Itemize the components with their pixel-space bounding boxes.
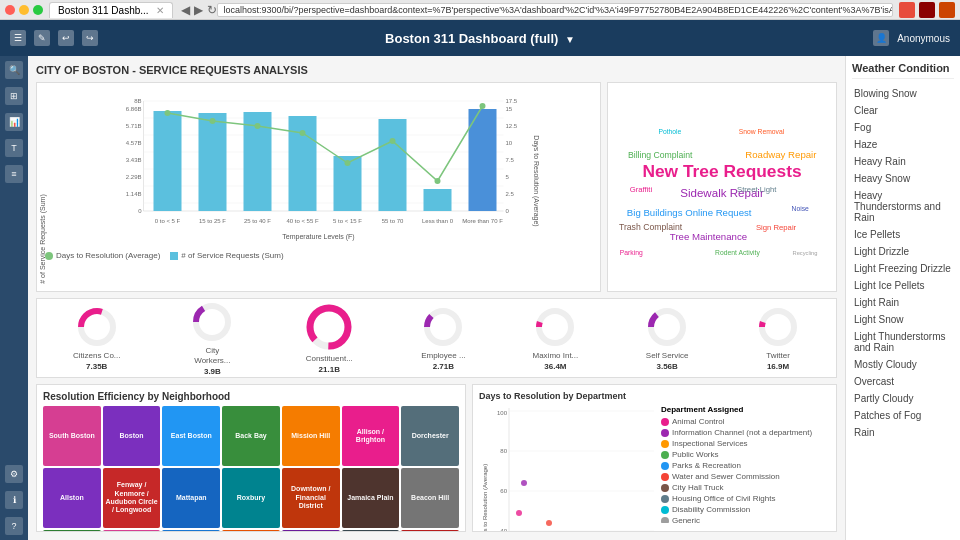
dashboard-main: CITY OF BOSTON - SERVICE REQUESTS ANALYS… xyxy=(28,56,845,540)
treemap-dorchester[interactable]: Dorchester xyxy=(401,406,459,466)
weather-item-heavy-thunderstorms[interactable]: Heavy Thunderstorms and Rain xyxy=(852,187,954,226)
donut-item-6[interactable]: Twitter 16.9M xyxy=(756,305,800,372)
wc-word-5[interactable]: Roadway Repair xyxy=(745,149,817,160)
weather-item-clear[interactable]: Clear xyxy=(852,102,954,119)
svg-text:5 to < 15 F: 5 to < 15 F xyxy=(333,218,362,224)
edit-icon[interactable]: ✎ xyxy=(34,30,50,46)
treemap-roxbury[interactable]: Roxbury xyxy=(222,468,280,528)
wc-word-1[interactable]: New Tree Requests xyxy=(642,161,801,181)
undo-icon[interactable]: ↩ xyxy=(58,30,74,46)
weather-item-overcast[interactable]: Overcast xyxy=(852,373,954,390)
sidebar-bar-icon[interactable]: ≡ xyxy=(5,165,23,183)
wc-word-16[interactable]: Recycling xyxy=(792,250,817,256)
treemap-jamaica-plain[interactable]: Jamaica Plain xyxy=(342,468,400,528)
wc-word-6[interactable]: Sign Repair xyxy=(756,223,797,232)
donut-item-4[interactable]: Maximo Int... 36.4M xyxy=(532,305,578,372)
sidebar-help-icon[interactable]: ? xyxy=(5,517,23,535)
treemap-roslindale[interactable]: Roslindale xyxy=(401,530,459,532)
weather-item-haze[interactable]: Haze xyxy=(852,136,954,153)
weather-item-light-rain[interactable]: Light Rain xyxy=(852,294,954,311)
weather-item-blowing-snow[interactable]: Blowing Snow xyxy=(852,85,954,102)
donut-item-2[interactable]: Constituent... 21.1B xyxy=(304,302,354,375)
weather-item-heavy-snow[interactable]: Heavy Snow xyxy=(852,170,954,187)
scatter-dot[interactable] xyxy=(521,480,527,486)
maximize-window-btn[interactable] xyxy=(33,5,43,15)
bar-6[interactable] xyxy=(424,189,452,211)
treemap-mattapan[interactable]: Mattapan xyxy=(162,468,220,528)
menu-icon[interactable]: ☰ xyxy=(10,30,26,46)
weather-item-light-freezing[interactable]: Light Freezing Drizzle xyxy=(852,260,954,277)
wc-word-14[interactable]: Parking xyxy=(620,249,643,257)
weather-item-partly-cloudy[interactable]: Partly Cloudy xyxy=(852,390,954,407)
treemap-allison-brighton[interactable]: Allison / Brighton xyxy=(342,406,400,466)
donut-item-5[interactable]: Self Service 3.56B xyxy=(645,305,689,372)
wc-word-10[interactable]: Tree Maintenance xyxy=(670,231,747,242)
sidebar-search-icon[interactable]: 🔍 xyxy=(5,61,23,79)
weather-item-patches-fog[interactable]: Patches of Fog xyxy=(852,407,954,424)
treemap-downtown[interactable]: Downtown / Financial District xyxy=(282,468,340,528)
sidebar-text-icon[interactable]: T xyxy=(5,139,23,157)
sidebar-home-icon[interactable]: ⊞ xyxy=(5,87,23,105)
treemap-title: Resolution Efficiency by Neighborhood xyxy=(43,391,459,402)
forward-btn[interactable]: ▶ xyxy=(194,3,203,17)
weather-item-heavy-rain[interactable]: Heavy Rain xyxy=(852,153,954,170)
treemap-beacon-hill[interactable]: Beacon Hill xyxy=(401,468,459,528)
sidebar-info-icon[interactable]: ℹ xyxy=(5,491,23,509)
url-bar[interactable]: localhost:9300/bi/?perspective=dashboard… xyxy=(217,3,893,17)
back-btn[interactable]: ◀ xyxy=(181,3,190,17)
wc-word-15[interactable]: Rodent Activity xyxy=(715,249,760,257)
wc-word-9[interactable]: Graffiti xyxy=(630,185,653,194)
treemap-east-boston[interactable]: East Boston xyxy=(162,406,220,466)
weather-item-light-snow[interactable]: Light Snow xyxy=(852,311,954,328)
legend-public-works: Public Works xyxy=(661,450,812,459)
redo-icon[interactable]: ↪ xyxy=(82,30,98,46)
bar-5[interactable] xyxy=(379,119,407,211)
ext-icon-2[interactable] xyxy=(919,2,935,18)
treemap-south-east[interactable]: South East xyxy=(103,530,161,532)
main-layout: 🔍 ⊞ 📊 T ≡ ⚙ ℹ ? CITY OF BOSTON - SERVICE… xyxy=(0,56,960,540)
treemap-charlestown[interactable]: Charlestown xyxy=(282,530,340,532)
svg-text:2.5: 2.5 xyxy=(506,191,515,197)
bar-0[interactable] xyxy=(154,111,182,211)
bar-7[interactable] xyxy=(469,109,497,211)
ext-icon-3[interactable] xyxy=(939,2,955,18)
bar-1[interactable] xyxy=(199,113,227,211)
treemap-sb-waterfront[interactable]: South Boston / South Boston Waterfront xyxy=(162,530,220,532)
treemap-boston[interactable]: Boston xyxy=(103,406,161,466)
weather-item-light-thunderstorms[interactable]: Light Thunderstorms and Rain xyxy=(852,328,954,356)
donut-item-1[interactable]: City Workers... 3.9B xyxy=(187,300,237,376)
ext-icon-1[interactable] xyxy=(899,2,915,18)
weather-item-light-drizzle[interactable]: Light Drizzle xyxy=(852,243,954,260)
donut-item-0[interactable]: Citizens Co... 7.35B xyxy=(73,305,121,372)
treemap-south-boston[interactable]: South Boston xyxy=(43,406,101,466)
weather-item-light-ice-pellets[interactable]: Light Ice Pellets xyxy=(852,277,954,294)
wc-word-3[interactable]: Big Buildings Online Request xyxy=(627,207,752,218)
weather-item-fog[interactable]: Fog xyxy=(852,119,954,136)
wc-word-11[interactable]: Pothole xyxy=(658,128,681,135)
treemap-greater-mattapan[interactable]: Greater Mattapan xyxy=(222,530,280,532)
minimize-window-btn[interactable] xyxy=(19,5,29,15)
donut-item-3[interactable]: Employee ... 2.71B xyxy=(421,305,465,372)
weather-item-rain[interactable]: Rain xyxy=(852,424,954,441)
weather-item-mostly-cloudy[interactable]: Mostly Cloudy xyxy=(852,356,954,373)
weather-item-ice-pellets[interactable]: Ice Pellets xyxy=(852,226,954,243)
treemap-brighton[interactable]: Brighton xyxy=(43,530,101,532)
scatter-dot[interactable] xyxy=(516,510,522,516)
treemap-fenway[interactable]: Fenway / Kenmore / Audubon Circle / Long… xyxy=(103,468,161,528)
sidebar-chart-icon[interactable]: 📊 xyxy=(5,113,23,131)
treemap-allston[interactable]: Allston xyxy=(43,468,101,528)
reload-btn[interactable]: ↻ xyxy=(207,3,217,17)
sidebar-settings-icon[interactable]: ⚙ xyxy=(5,465,23,483)
treemap-mission-hill[interactable]: Mission Hill xyxy=(282,406,340,466)
user-icon[interactable]: 👤 xyxy=(873,30,889,46)
scatter-dot[interactable] xyxy=(546,520,552,526)
browser-tab[interactable]: Boston 311 Dashb... ✕ xyxy=(49,2,173,18)
treemap-back-bay[interactable]: Back Bay xyxy=(222,406,280,466)
treemap-hyde-park[interactable]: Hyde Park xyxy=(342,530,400,532)
close-window-btn[interactable] xyxy=(5,5,15,15)
wc-word-4[interactable]: Billing Complaint xyxy=(628,150,693,160)
wc-word-8[interactable]: Street Light xyxy=(737,185,777,194)
wc-word-13[interactable]: Noise xyxy=(792,205,810,212)
wc-word-12[interactable]: Snow Removal xyxy=(739,128,785,135)
svg-text:25 to 40 F: 25 to 40 F xyxy=(244,218,271,224)
